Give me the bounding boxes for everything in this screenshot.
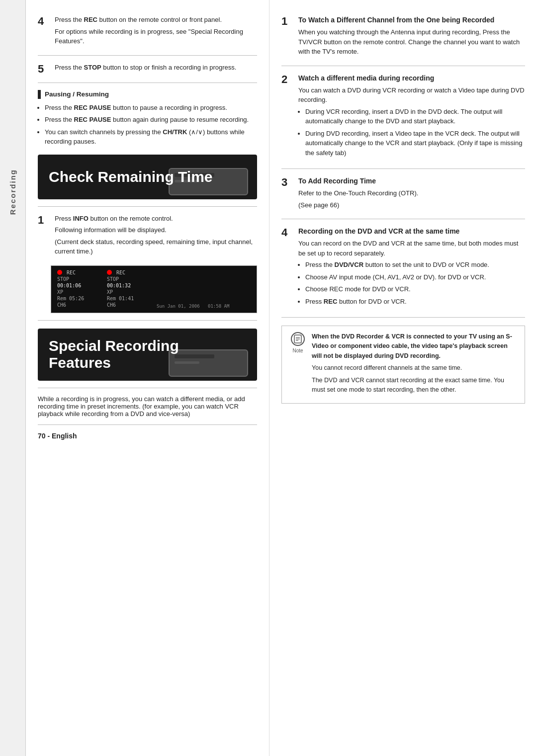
step-1-check-sub: Following information will be displayed.: [55, 225, 257, 235]
divider-1: [38, 55, 257, 56]
step-4-text: Press the REC button on the remote contr…: [55, 15, 257, 25]
step-1-check-detail: (Current deck status, recording speed, r…: [55, 237, 257, 256]
screen-right-time-value: 00:01:32: [107, 283, 131, 288]
right-step-2-bullets: During VCR recording, insert a DVD in th…: [298, 107, 525, 158]
special-recording-banner: Special Recording Features: [38, 329, 257, 381]
pausing-title: Pausing / Resuming: [38, 90, 257, 99]
screen-right-icon-row: REC: [107, 270, 147, 275]
step-5-text: Press the STOP button to stop or finish …: [55, 63, 257, 73]
step-1-check-block: 1 Press INFO button on the remote contro…: [38, 214, 257, 258]
right-step-3-text2: (See page 66): [298, 200, 525, 210]
note-text-1: You cannot record different channels at …: [312, 363, 518, 373]
screen-left-rec-label: REC: [67, 270, 76, 275]
step-4-subtext: For options while recording is in progre…: [55, 27, 257, 46]
note-svg-icon: [293, 334, 303, 344]
right-divider-3: [281, 219, 525, 219]
screen-right-ch-label: CH6: [107, 302, 127, 308]
screen-left-speed-label: XP: [57, 289, 77, 295]
right-step-2-number: 2: [281, 73, 294, 162]
note-icon-graphic: [291, 332, 305, 346]
special-recording-title: Special Recording Features: [49, 337, 179, 372]
note-text-area: When the DVD Recorder & VCR is connected…: [312, 332, 518, 397]
special-title-line1: Special Recording: [49, 337, 179, 354]
screen-right-rem-label: Rem 01:41: [107, 296, 134, 301]
screen-left-time: 00:01:06: [57, 283, 97, 288]
special-desc-text: While a recording is in progress, you ca…: [38, 395, 257, 418]
screen-left-rem-label: Rem 05:26: [57, 296, 84, 301]
screen-left-icon-row: REC: [57, 270, 97, 275]
pausing-section: Pausing / Resuming Press the REC PAUSE b…: [38, 90, 257, 147]
right-step-2-heading: Watch a different media during recording: [298, 73, 525, 84]
right-step-3-heading: To Add Recording Time: [298, 176, 525, 186]
right-step-4-text1: You can record on the DVD and VCR at the…: [298, 239, 525, 258]
right-step-4-heading: Recording on the DVD and VCR at the same…: [298, 226, 525, 237]
sidebar-label: Recording: [8, 169, 17, 215]
pausing-bullet-1: Press the REC PAUSE button to pause a re…: [45, 103, 257, 113]
step-1-check-text: Press INFO button on the remote control.: [55, 214, 257, 224]
right-step-2-content: Watch a different media during recording…: [298, 73, 525, 162]
divider-5: [38, 388, 257, 388]
rec-icon-right: [107, 270, 112, 275]
right-column: 1 To Watch a Different Channel from the …: [269, 0, 537, 756]
screen-left-time-value: 00:01:06: [57, 283, 81, 288]
step-5-number: 5: [38, 63, 51, 76]
divider-4: [38, 320, 257, 321]
screen-right-col: REC STOP 00:01:32 XP Rem 01:41: [107, 270, 147, 309]
screen-time: 01:58 AM: [208, 304, 229, 309]
screen-date-time: Sun Jan 01, 2006 01:58 AM: [157, 304, 251, 309]
screen-left-stop-label: STOP: [57, 276, 77, 282]
special-title-line2: Features: [49, 354, 111, 371]
right-step-4-bullet-1: Press the DVD/VCR button to set the unit…: [305, 260, 525, 270]
screen-right-rem: Rem 01:41: [107, 296, 147, 301]
right-step-4-content: Recording on the DVD and VCR at the same…: [298, 226, 525, 310]
step-4-block: 4 Press the REC button on the remote con…: [38, 15, 257, 48]
note-box: Note When the DVD Recorder & VCR is conn…: [281, 326, 525, 404]
right-step-4-bullet-2: Choose AV input mode (CH, AV1, AV2 or DV…: [305, 272, 525, 282]
screen-right-ch: CH6: [107, 302, 147, 308]
screen-left-stop: STOP: [57, 276, 97, 282]
right-step-1-text: When you watching through the Antenna in…: [298, 27, 525, 57]
pausing-title-text: Pausing / Resuming: [45, 90, 109, 98]
screen-right-rec-label: REC: [116, 270, 125, 275]
note-label-text: Note: [292, 347, 303, 355]
screen-right-stop: STOP: [107, 276, 147, 282]
right-divider-4: [281, 317, 525, 318]
right-step-2-bullet-2: During DVD recording, insert a Video tap…: [305, 129, 525, 158]
divider-6: [38, 424, 257, 425]
right-step-4-block: 4 Recording on the DVD and VCR at the sa…: [281, 226, 525, 310]
right-step-1-block: 1 To Watch a Different Channel from the …: [281, 15, 525, 59]
pausing-bullets: Press the REC PAUSE button to pause a re…: [38, 103, 257, 147]
right-step-4-bullets: Press the DVD/VCR button to set the unit…: [298, 260, 525, 306]
right-step-2-bullet-1: During VCR recording, insert a DVD in th…: [305, 107, 525, 126]
note-icon-area: Note: [289, 332, 307, 397]
check-remaining-banner: Check Remaining Time: [38, 155, 257, 199]
right-step-1-number: 1: [281, 15, 294, 59]
screen-left-ch-label: CH6: [57, 302, 77, 308]
pausing-bullet-2: Press the REC PAUSE button again during …: [45, 115, 257, 125]
screen-date: Sun Jan 01, 2006: [157, 304, 200, 309]
right-step-1-content: To Watch a Different Channel from the On…: [298, 15, 525, 59]
black-bar-icon: [38, 90, 41, 99]
screen-right-time: 00:01:32: [107, 283, 147, 288]
right-divider-2: [281, 168, 525, 169]
left-column: 4 Press the REC button on the remote con…: [26, 0, 269, 756]
screen-right-speed-label: XP: [107, 289, 127, 295]
check-remaining-title: Check Remaining Time: [49, 168, 213, 186]
screen-left-rem: Rem 05:26: [57, 296, 97, 301]
pausing-bullet-3: You can switch channels by pressing the …: [45, 127, 257, 147]
screen-left-col: REC STOP 00:01:06 XP Rem 05:26: [57, 270, 97, 309]
screen-display: REC STOP 00:01:06 XP Rem 05:26: [51, 265, 257, 313]
sidebar: Recording: [0, 0, 26, 756]
divider-3: [38, 206, 257, 207]
right-step-4-number: 4: [281, 226, 294, 310]
page-number: 70 - English: [38, 432, 257, 440]
right-step-3-number: 3: [281, 176, 294, 212]
step-4-number: 4: [38, 15, 51, 48]
step-4-content: Press the REC button on the remote contr…: [55, 15, 257, 48]
note-text-2: The DVD and VCR cannot start recording a…: [312, 376, 518, 395]
rec-icon-left: [57, 270, 62, 275]
step-5-content: Press the STOP button to stop or finish …: [55, 63, 257, 76]
step-4-bold: REC: [84, 16, 97, 23]
right-step-2-block: 2 Watch a different media during recordi…: [281, 73, 525, 162]
divider-2: [38, 83, 257, 83]
